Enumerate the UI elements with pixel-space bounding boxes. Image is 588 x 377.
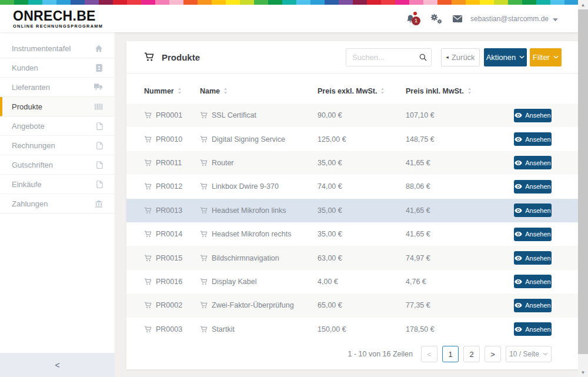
sidebar-item-angebote[interactable]: Angebote <box>0 116 115 136</box>
view-button[interactable]: Ansehen <box>514 180 552 193</box>
pagination-page-2[interactable]: 2 <box>463 346 480 362</box>
product-number-cell: PR0013 <box>144 199 182 222</box>
table-row[interactable]: PR0001 SSL Certificat 90,00 € 107,10 € A… <box>126 104 578 127</box>
pagination-next-button[interactable]: > <box>485 346 501 362</box>
mail-button[interactable] <box>453 15 462 22</box>
home-icon <box>95 45 103 52</box>
scrollbar-thumb[interactable] <box>578 9 588 354</box>
view-button-label: Ansehen <box>525 159 550 166</box>
product-name-cell: Startkit <box>200 318 235 341</box>
table-row[interactable]: PR0015 Bildschirmnavigation 63,00 € 74,9… <box>126 246 578 269</box>
envelope-icon <box>453 15 462 22</box>
sidebar-item-einkaeufe[interactable]: Einkäufe <box>0 175 115 194</box>
app-logo[interactable]: ONRECH.BE ONLINE RECHNUNGSPROGRAMM <box>13 9 103 29</box>
sidebar-item-kunden[interactable]: Kunden <box>0 58 115 78</box>
table-row[interactable]: PR0012 Linkbox Dwire 9-370 74,00 € 88,06… <box>126 175 578 198</box>
table-row[interactable]: PR0016 Display Kabel 4,00 € 4,76 € Anseh… <box>126 270 578 293</box>
back-button[interactable]: ◂ Zurück <box>441 48 480 66</box>
price-incl-cell: 178,50 € <box>406 318 435 341</box>
price-incl-cell: 41,65 € <box>406 151 430 175</box>
view-button-label: Ansehen <box>525 136 550 143</box>
sort-icon[interactable] <box>380 88 385 96</box>
eye-icon <box>514 279 522 284</box>
collapse-chevron-icon: < <box>55 361 59 370</box>
gear-icon-small <box>437 19 442 24</box>
row-action-cell: Ansehen <box>514 246 552 269</box>
sidebar-collapse-button[interactable]: < <box>0 353 115 377</box>
product-number-cell: PR0014 <box>144 222 182 246</box>
cart-icon <box>200 231 208 238</box>
user-email[interactable]: sebastian@starcomm.de <box>470 15 549 23</box>
table-row[interactable]: PR0003 Startkit 150,00 € 178,50 € Ansehe… <box>126 318 578 341</box>
price-incl-cell: 77,35 € <box>406 293 430 317</box>
notifications-button[interactable]: 1 <box>406 12 417 25</box>
sidebar-item-produkte[interactable]: Produkte <box>0 97 115 116</box>
view-button[interactable]: Ansehen <box>514 299 552 312</box>
cart-icon <box>144 207 152 214</box>
sidebar-item-lieferanten[interactable]: Lieferanten <box>0 78 115 97</box>
settings-button[interactable] <box>430 14 442 24</box>
cart-icon <box>144 112 152 119</box>
cart-icon <box>200 326 208 333</box>
table-row[interactable]: PR0002 Zwei-Faktor-Überprüfung 65,00 € 7… <box>126 293 578 317</box>
product-name-cell: Bildschirmnavigation <box>200 246 279 269</box>
product-number-cell: PR0015 <box>144 246 182 269</box>
pagination-page-1[interactable]: 1 <box>442 346 459 362</box>
search-icon[interactable] <box>419 53 427 64</box>
product-name-cell: Linkbox Dwire 9-370 <box>200 175 279 198</box>
price-excl-cell: 125,00 € <box>318 127 346 151</box>
column-header-name[interactable]: Name <box>200 87 228 96</box>
column-header-preis-exkl[interactable]: Preis exkl. MwSt. <box>318 87 385 96</box>
pagination-prev-button[interactable]: < <box>421 346 437 362</box>
eye-icon <box>514 256 522 261</box>
sidebar-item-rechnungen[interactable]: Rechnungen <box>0 136 115 155</box>
sort-icon[interactable] <box>467 88 472 96</box>
view-button[interactable]: Ansehen <box>514 322 552 336</box>
column-header-preis-inkl[interactable]: Preis inkl. MwSt. <box>406 87 472 96</box>
table-header: Nummer Name Preis exkl. MwSt. Preis inkl… <box>126 82 578 104</box>
filter-button[interactable]: Filter <box>530 48 562 66</box>
table-row[interactable]: PR0011 Router 35,00 € 41,65 € Ansehen <box>126 151 578 175</box>
column-header-nummer[interactable]: Nummer <box>144 87 182 96</box>
table-row[interactable]: PR0014 Headset Mikrofon rechts 35,00 € 4… <box>126 222 578 246</box>
view-button-label: Ansehen <box>525 302 550 309</box>
chevron-down-icon <box>543 352 548 356</box>
view-button[interactable]: Ansehen <box>514 251 552 265</box>
cart-icon <box>200 136 208 143</box>
product-number-cell: PR0011 <box>144 151 182 175</box>
table-row[interactable]: PR0013 Headset Mikrofon links 35,00 € 41… <box>126 199 578 222</box>
cart-icon <box>200 207 208 214</box>
view-button[interactable]: Ansehen <box>514 156 552 169</box>
user-menu-caret-icon[interactable] <box>553 14 558 24</box>
chevron-down-icon <box>519 55 524 59</box>
sidebar-item-gutschriften[interactable]: Gutschriften <box>0 155 115 175</box>
sidebar-item-label: Einkäufe <box>12 180 96 189</box>
sidebar-item-label: Kunden <box>12 64 96 72</box>
view-button[interactable]: Ansehen <box>514 203 552 217</box>
cart-icon <box>144 231 152 238</box>
sort-icon[interactable] <box>223 88 228 96</box>
actions-button[interactable]: Aktionen <box>484 48 527 66</box>
scroll-up-icon[interactable]: ▲ <box>578 0 588 9</box>
scrollbar[interactable]: ▲ ▼ <box>578 0 588 377</box>
sidebar-item-zahlungen[interactable]: Zahlungen <box>0 194 115 213</box>
product-name-cell: Headset Mikrofon links <box>200 199 286 222</box>
view-button[interactable]: Ansehen <box>514 109 552 122</box>
cart-icon <box>144 183 152 190</box>
sidebar-item-instrumententafel[interactable]: Instrumententafel <box>0 39 115 58</box>
page-title: Produkte <box>162 52 200 62</box>
barcode-icon <box>95 104 103 110</box>
view-button-label: Ansehen <box>525 112 550 119</box>
view-button[interactable]: Ansehen <box>514 132 552 146</box>
view-button[interactable]: Ansehen <box>514 275 552 288</box>
back-button-label: Zurück <box>452 53 475 62</box>
eye-icon <box>514 303 522 308</box>
view-button[interactable]: Ansehen <box>514 228 552 241</box>
table-body: PR0001 SSL Certificat 90,00 € 107,10 € A… <box>126 104 578 341</box>
sort-icon[interactable] <box>178 88 182 96</box>
view-button-label: Ansehen <box>525 278 550 285</box>
page-size-select[interactable]: 10 / Seite <box>506 346 552 362</box>
table-row[interactable]: PR0010 Digital Signing Service 125,00 € … <box>126 127 578 151</box>
price-excl-cell: 90,00 € <box>318 104 342 127</box>
scroll-down-icon[interactable]: ▼ <box>578 368 588 377</box>
